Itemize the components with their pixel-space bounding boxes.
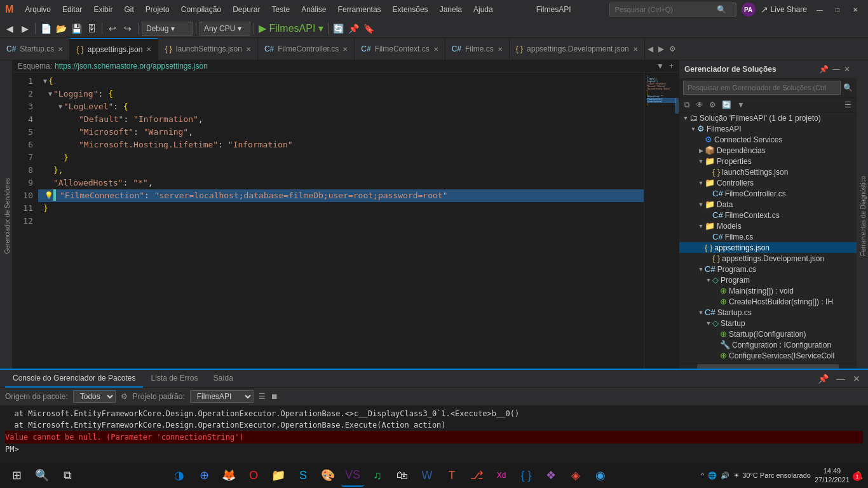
code-line-4[interactable]: "Default" : "Information" , bbox=[38, 113, 644, 126]
word-btn[interactable]: W bbox=[416, 464, 438, 487]
se-show-all[interactable]: 👁 bbox=[693, 99, 706, 111]
panel-pin-btn[interactable]: 📌 bbox=[815, 372, 831, 385]
tree-program-class[interactable]: ▼ ◇ Program bbox=[679, 274, 857, 285]
menu-analise[interactable]: Análise bbox=[296, 4, 331, 15]
projeto-dropdown[interactable]: FilmesAPI bbox=[190, 390, 254, 403]
vscode-btn[interactable]: { } bbox=[515, 464, 538, 487]
tab-saida[interactable]: Saída bbox=[206, 370, 241, 388]
firefox-btn[interactable]: 🦊 bbox=[217, 464, 240, 487]
git-btn[interactable]: ⎇ bbox=[465, 464, 488, 487]
tree-data[interactable]: ▼ 📁 Data bbox=[679, 199, 857, 210]
tab-filmecs[interactable]: C# Filme.cs ✕ bbox=[445, 38, 510, 60]
menu-exibir[interactable]: Exibir bbox=[88, 4, 118, 15]
schema-plus[interactable]: + bbox=[669, 62, 674, 71]
toolbar-new[interactable]: 📄 bbox=[39, 22, 53, 36]
spotify-btn[interactable]: ♫ bbox=[366, 464, 389, 487]
tab-filmecontext[interactable]: C# FilmeContext.cs ✕ bbox=[355, 38, 445, 60]
toolbar-redo[interactable]: ↪ bbox=[121, 22, 135, 36]
tab-launchsettings[interactable]: { } launchSettings.json ✕ bbox=[158, 38, 257, 60]
se-minimize-btn[interactable]: — bbox=[831, 64, 841, 75]
tree-filmesapi[interactable]: ▼ ⚙ FilmesAPI bbox=[679, 123, 857, 134]
console-output[interactable]: at Microsoft.EntityFrameworkCore.Design.… bbox=[0, 405, 868, 463]
se-filter[interactable]: ▼ bbox=[735, 99, 747, 111]
paint-btn[interactable]: 🎨 bbox=[316, 464, 339, 487]
tree-controllers[interactable]: ▼ 📁 Controllers bbox=[679, 177, 857, 188]
tree-properties[interactable]: ▼ 📁 Properties bbox=[679, 156, 857, 166]
live-share-btn[interactable]: ↗ Live Share bbox=[761, 4, 807, 15]
global-search[interactable]: 🔍 bbox=[609, 3, 736, 17]
code-line-12[interactable] bbox=[38, 215, 644, 227]
chrome-btn[interactable]: ⊕ bbox=[193, 464, 215, 487]
code-line-3[interactable]: ▼ "LogLevel" : { bbox=[38, 100, 644, 113]
fold-icon-3[interactable]: ▼ bbox=[58, 100, 62, 113]
tree-connectedservices[interactable]: ⚙ Connected Services bbox=[679, 134, 857, 145]
lightbulb-icon[interactable]: 💡 bbox=[44, 189, 53, 202]
code-line-9[interactable]: "AllowedHosts" : "*" , bbox=[38, 177, 644, 189]
debug-config-dropdown[interactable]: Debug ▾ bbox=[142, 22, 193, 36]
menu-depurar[interactable]: Depurar bbox=[227, 4, 265, 15]
tab-close-appsettings[interactable]: ✕ bbox=[146, 46, 151, 53]
search-input[interactable] bbox=[615, 6, 717, 13]
code-line-6[interactable]: "Microsoft.Hosting.Lifetime" : "Informat… bbox=[38, 139, 644, 151]
tab-close-appsettingsdev[interactable]: ✕ bbox=[633, 46, 638, 53]
start-button[interactable]: ⊞ bbox=[5, 464, 28, 487]
volume-icon[interactable]: 🔊 bbox=[721, 471, 729, 480]
toolbar-bookmark[interactable]: 🔖 bbox=[362, 22, 376, 36]
se-pin-btn[interactable]: 📌 bbox=[818, 64, 830, 75]
notification-area[interactable]: 🔔 1 bbox=[853, 471, 863, 480]
menu-compilacao[interactable]: Compilação bbox=[176, 4, 226, 15]
code-line-1[interactable]: ▼ { bbox=[38, 75, 644, 88]
toolbar-back[interactable]: ◀ bbox=[3, 22, 17, 36]
se-search-input[interactable] bbox=[683, 81, 841, 95]
close-button[interactable]: ✕ bbox=[848, 4, 863, 15]
tab-scroll-right[interactable]: ▶ bbox=[656, 44, 667, 53]
menu-teste[interactable]: Teste bbox=[267, 4, 295, 15]
vs-btn[interactable]: VS bbox=[341, 464, 364, 487]
adobexd-btn[interactable]: Xd bbox=[490, 464, 513, 487]
tree-filmecontext[interactable]: C# FilmeContext.cs bbox=[679, 210, 857, 220]
tree-startup-class[interactable]: ▼ ◇ Startup bbox=[679, 318, 857, 329]
diagnostics-label[interactable]: Ferramentas de Diagnóstico bbox=[858, 173, 868, 259]
schema-url[interactable]: https://json.schemastore.org/appsettings… bbox=[55, 62, 208, 71]
servers-label[interactable]: Gerenciador de Servidores bbox=[3, 175, 12, 257]
search-button[interactable]: 🔍 bbox=[31, 464, 53, 487]
tab-startup[interactable]: C# Startup.cs ✕ bbox=[0, 38, 70, 60]
tab-lista-erros[interactable]: Lista de Erros bbox=[143, 370, 205, 388]
se-close-btn[interactable]: ✕ bbox=[843, 64, 851, 75]
panel-minimize-btn[interactable]: — bbox=[834, 372, 848, 385]
tab-appsettings[interactable]: { } appsettings.json ✕ bbox=[70, 38, 158, 60]
settings-icon[interactable]: ⚙ bbox=[121, 392, 128, 401]
schema-expand[interactable]: ▼ bbox=[656, 62, 664, 71]
telerik-btn[interactable]: T bbox=[440, 464, 463, 487]
profile-avatar[interactable]: PA bbox=[742, 3, 756, 17]
tree-dependencies[interactable]: ▶ 📦 Dependências bbox=[679, 145, 857, 156]
menu-arquivo[interactable]: Arquivo bbox=[20, 4, 56, 15]
folder-btn[interactable]: 📁 bbox=[267, 464, 290, 487]
console-list-icon[interactable]: ☰ bbox=[259, 392, 266, 401]
code-line-11[interactable]: } bbox=[38, 202, 644, 215]
toolbar-save[interactable]: 💾 bbox=[69, 22, 83, 36]
tree-filmecontroller[interactable]: C# FilmeController.cs bbox=[679, 188, 857, 199]
tree-models[interactable]: ▼ 📁 Models bbox=[679, 220, 857, 231]
code-line-10[interactable]: 💡 "FilmeConnection" : "server=localhost;… bbox=[38, 189, 644, 202]
other-btn2[interactable]: ◈ bbox=[564, 464, 587, 487]
menu-ajuda[interactable]: Ajuda bbox=[468, 4, 498, 15]
tab-close-filmecontext[interactable]: ✕ bbox=[433, 46, 438, 53]
toolbar-undo[interactable]: ↩ bbox=[105, 22, 119, 36]
tab-appsettingsdev[interactable]: { } appsettings.Development.json ✕ bbox=[510, 38, 645, 60]
minimize-button[interactable]: — bbox=[812, 4, 827, 15]
menu-projeto[interactable]: Projeto bbox=[140, 4, 175, 15]
origem-dropdown[interactable]: Todos bbox=[73, 390, 116, 403]
se-refresh[interactable]: 🔄 bbox=[719, 99, 734, 111]
tree-solution[interactable]: ▼ 🗂 Solução 'FilmesAPI' (1 de 1 projeto) bbox=[679, 112, 857, 123]
tree-createhostbuilder[interactable]: ⊕ CreateHostBuilder(string[]) : IH bbox=[679, 296, 857, 307]
opera-btn[interactable]: O bbox=[242, 464, 265, 487]
maximize-button[interactable]: □ bbox=[830, 4, 845, 15]
network-icon[interactable]: 🌐 bbox=[708, 471, 717, 480]
tree-launchsettings[interactable]: { } launchSettings.json bbox=[679, 166, 857, 177]
se-settings[interactable]: ☰ bbox=[842, 99, 854, 111]
menu-editar[interactable]: Editar bbox=[57, 4, 87, 15]
tab-close-launchsettings[interactable]: ✕ bbox=[246, 46, 251, 53]
code-line-2[interactable]: ▼ "Logging" : { bbox=[38, 88, 644, 100]
panel-close-btn[interactable]: ✕ bbox=[850, 372, 863, 385]
